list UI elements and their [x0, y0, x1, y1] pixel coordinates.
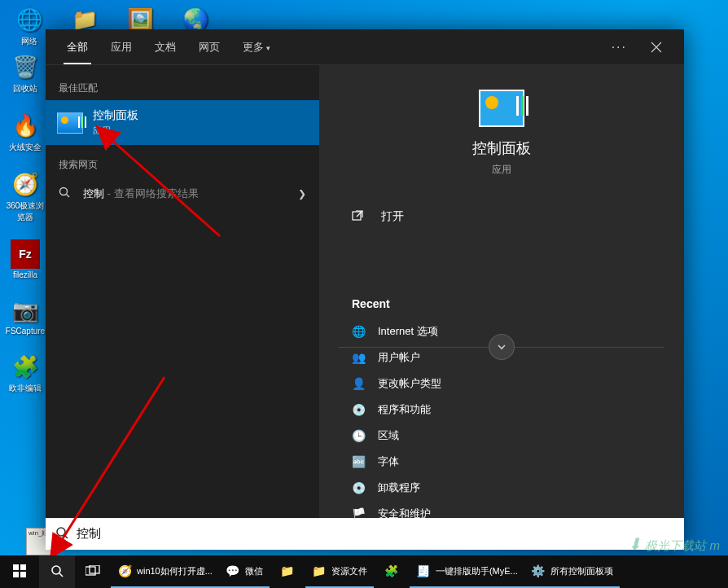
svg-rect-10	[20, 572, 26, 577]
security-app-icon: 🔥	[11, 111, 40, 140]
search-web-suffix: - 查看网络搜索结果	[104, 187, 199, 200]
recent-item-label: 安全和维护	[378, 507, 431, 518]
control-panel-icon: ⚙️	[531, 564, 546, 578]
app-icon: 🧾	[416, 564, 431, 578]
search-input[interactable]	[77, 527, 674, 541]
browser-icon: 🧭	[117, 564, 132, 578]
svg-rect-8	[20, 564, 26, 570]
desktop-icon-label: 360极速浏览器	[3, 200, 47, 223]
svg-point-0	[60, 188, 68, 195]
recent-item-label: 区域	[378, 428, 399, 443]
desktop-icon-label: 欧非编辑	[9, 383, 42, 394]
wechat-icon: 💬	[226, 564, 240, 578]
desktop-icon-recycle[interactable]: 🗑️ 回收站	[3, 49, 47, 98]
taskbar-item-pinned[interactable]: 📁	[270, 555, 305, 588]
desktop-icon[interactable]: 📷 FSCapture	[3, 292, 47, 339]
fonts-icon: 🔤	[352, 455, 366, 468]
capture-icon: 📷	[11, 296, 40, 325]
preview-column: 控制面板 应用 打开 Recent 🌐Internet 选项 👥用户帐户 👤更改…	[319, 65, 684, 518]
search-panel: 全部 应用 文档 网页 更多▾ ··· 最佳匹配 控制面板 应用 搜索网页	[46, 29, 684, 550]
open-icon	[352, 210, 366, 224]
recent-item-label: 程序和功能	[378, 402, 431, 417]
desktop-icon[interactable]: Fz filezilla	[3, 236, 47, 283]
recent-item[interactable]: 🕒区域	[352, 423, 651, 449]
recent-block: Recent 🌐Internet 选项 👥用户帐户 👤更改帐户类型 💿程序和功能…	[319, 281, 684, 518]
recent-item-label: 用户帐户	[378, 350, 420, 365]
editor-icon: 🧩	[11, 352, 40, 381]
browser-icon: 🧭	[11, 169, 40, 199]
start-button[interactable]	[0, 555, 39, 588]
recent-item[interactable]: 🔤字体	[352, 449, 651, 475]
tab-more[interactable]: 更多▾	[231, 30, 282, 64]
overflow-menu-button[interactable]: ···	[600, 40, 638, 55]
taskbar-label: 所有控制面板项	[550, 565, 613, 577]
recent-item[interactable]: 🏳️安全和维护	[352, 501, 651, 518]
result-subtitle: 应用	[93, 125, 308, 137]
desktop-icon-label: filezilla	[13, 270, 37, 279]
uninstall-icon: 💿	[352, 481, 366, 494]
programs-icon: 💿	[352, 403, 366, 416]
result-title: 控制面板	[93, 108, 308, 123]
taskbar-item[interactable]: ⚙️ 所有控制面板项	[524, 555, 620, 588]
search-web-text: 控制 - 查看网络搜索结果	[83, 186, 292, 201]
folder-icon: 📁	[312, 564, 327, 578]
search-tabs: 全部 应用 文档 网页 更多▾ ···	[46, 29, 684, 65]
taskbar-item[interactable]: 🧭 win10如何打开虚...	[111, 555, 219, 588]
recent-item[interactable]: 👤更改帐户类型	[352, 371, 651, 397]
tab-web[interactable]: 网页	[187, 30, 231, 64]
svg-line-4	[64, 535, 68, 538]
tab-more-label: 更多	[243, 41, 264, 53]
svg-rect-2	[353, 212, 361, 220]
recent-item-label: 更改帐户类型	[378, 376, 441, 391]
tab-apps[interactable]: 应用	[99, 30, 143, 64]
section-search-web: 搜索网页	[46, 153, 319, 177]
preview-title: 控制面板	[319, 138, 684, 158]
search-web-item[interactable]: 控制 - 查看网络搜索结果 ❯	[46, 177, 319, 211]
search-icon	[59, 186, 73, 201]
close-icon	[651, 42, 662, 53]
svg-line-1	[67, 195, 70, 198]
desktop-icon-label: FSCapture	[6, 327, 45, 336]
desktop-icon[interactable]: 🔥 火绒安全	[3, 108, 47, 156]
search-body: 最佳匹配 控制面板 应用 搜索网页 控制 - 查看网络搜索结果 ❯	[46, 65, 684, 518]
recent-item[interactable]: 💿卸载程序	[352, 475, 651, 501]
security-icon: 🏳️	[352, 507, 366, 518]
search-input-row	[46, 518, 684, 550]
search-icon	[50, 564, 64, 577]
desktop-icon[interactable]: 🧩 欧非编辑	[3, 349, 47, 397]
results-column: 最佳匹配 控制面板 应用 搜索网页 控制 - 查看网络搜索结果 ❯	[46, 65, 319, 518]
recent-item-label: 字体	[378, 454, 399, 469]
tab-documents[interactable]: 文档	[143, 30, 187, 64]
taskbar-label: 一键排版助手(MyE...	[436, 565, 518, 577]
recent-item[interactable]: 💿程序和功能	[352, 397, 651, 423]
taskbar-task-view[interactable]	[75, 555, 111, 588]
internet-options-icon: 🌐	[352, 325, 366, 338]
open-action[interactable]: 打开	[319, 196, 684, 237]
result-control-panel[interactable]: 控制面板 应用	[46, 100, 319, 145]
section-best-match: 最佳匹配	[46, 77, 319, 100]
control-panel-large-icon	[479, 90, 524, 127]
result-text: 控制面板 应用	[93, 108, 308, 137]
svg-rect-7	[13, 564, 19, 570]
taskbar-item[interactable]: 💬 微信	[219, 555, 270, 588]
control-panel-icon	[57, 110, 83, 136]
explorer-icon: 📁	[280, 564, 295, 578]
recent-item-label: 卸载程序	[378, 480, 420, 495]
desktop-icon-label: 回收站	[13, 83, 37, 94]
close-button[interactable]	[638, 29, 674, 65]
taskbar-item[interactable]: 📁 资源文件	[305, 555, 374, 588]
taskbar-item[interactable]: 🧾 一键排版助手(MyE...	[410, 555, 524, 588]
desktop-icon[interactable]: 🧭 360极速浏览器	[3, 166, 47, 226]
svg-line-12	[59, 573, 63, 577]
user-accounts-icon: 👥	[352, 351, 366, 364]
change-account-icon: 👤	[352, 377, 366, 390]
desktop-icon-label: 火绒安全	[9, 142, 42, 153]
region-icon: 🕒	[352, 429, 366, 442]
network-icon: 🌐	[15, 5, 44, 34]
open-label: 打开	[381, 209, 404, 224]
svg-point-3	[57, 528, 65, 536]
taskbar-search-button[interactable]	[39, 555, 75, 588]
expand-more-button[interactable]	[489, 334, 515, 360]
tab-all[interactable]: 全部	[55, 30, 99, 64]
taskbar-item-pinned[interactable]: 🧩	[374, 555, 410, 588]
